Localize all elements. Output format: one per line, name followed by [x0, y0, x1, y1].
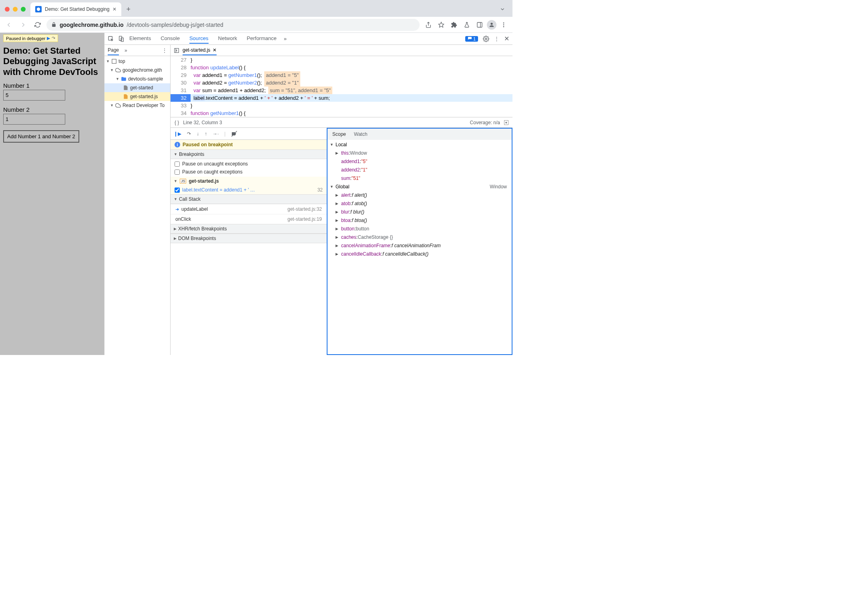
- navigator-item[interactable]: get-started: [104, 83, 170, 92]
- navigator-more-button[interactable]: »: [125, 48, 127, 53]
- deactivate-breakpoints-button[interactable]: [231, 131, 237, 137]
- scope-row[interactable]: ▶cancelIdleCallback: f cancelIdleCallbac…: [328, 250, 512, 258]
- editor-tab[interactable]: get-started.js ✕: [183, 46, 217, 55]
- coverage-label: Coverage: n/a: [470, 120, 500, 125]
- toggle-navigator-icon[interactable]: [174, 48, 179, 53]
- code-line-34[interactable]: 34function getNumber1() {: [171, 109, 512, 117]
- chrome-menu-button[interactable]: [498, 19, 509, 30]
- breakpoint-checkbox[interactable]: [175, 188, 180, 193]
- scope-row[interactable]: sum: "51": [328, 174, 512, 183]
- navigator-item[interactable]: ▼React Developer To: [104, 101, 170, 110]
- scope-tab[interactable]: Scope: [332, 131, 346, 137]
- scope-row[interactable]: ▼Local: [328, 141, 512, 149]
- share-button[interactable]: [423, 19, 434, 30]
- frame-icon: [111, 58, 117, 64]
- callstack-frame[interactable]: updateLabelget-started.js:32: [171, 204, 327, 214]
- forward-button[interactable]: [18, 19, 29, 30]
- svg-point-0: [37, 8, 40, 11]
- scope-row[interactable]: ▶alert: f alert(): [328, 191, 512, 200]
- scope-row[interactable]: ▶cancelAnimationFrame: f cancelAnimation…: [328, 242, 512, 250]
- device-toggle-icon[interactable]: [118, 36, 125, 42]
- tab-search-button[interactable]: [496, 4, 509, 14]
- minimize-window-button[interactable]: [13, 7, 18, 12]
- scope-row[interactable]: ▶button: button: [328, 225, 512, 233]
- breakpoints-section[interactable]: ▼Breakpoints: [171, 149, 327, 159]
- callstack-section[interactable]: ▼Call Stack: [171, 194, 327, 204]
- more-tabs-button[interactable]: »: [284, 36, 287, 42]
- close-devtools-button[interactable]: ✕: [504, 35, 509, 42]
- code-line-30[interactable]: 30 var addend2 = getNumber2();addend2 = …: [171, 79, 512, 87]
- page-viewport: Paused in debugger ▶ ↷ Demo: Get Started…: [0, 33, 104, 355]
- navigator-page-tab[interactable]: Page: [108, 47, 119, 55]
- add-button[interactable]: Add Number 1 and Number 2: [3, 130, 79, 143]
- code-line-33[interactable]: 33}: [171, 102, 512, 109]
- step-over-button[interactable]: ↷: [187, 131, 191, 137]
- watch-tab[interactable]: Watch: [354, 131, 368, 137]
- close-file-button[interactable]: ✕: [213, 47, 217, 53]
- extensions-button[interactable]: [448, 19, 460, 30]
- back-button[interactable]: [3, 19, 14, 30]
- maximize-window-button[interactable]: [21, 7, 26, 12]
- close-window-button[interactable]: [5, 7, 10, 12]
- devtools-menu-icon[interactable]: ⋮: [494, 36, 499, 42]
- step-over-icon[interactable]: ↷: [52, 36, 55, 41]
- scope-row[interactable]: ▶caches: CacheStorage {}: [328, 233, 512, 242]
- profile-avatar[interactable]: [487, 20, 496, 30]
- number1-input[interactable]: [3, 90, 65, 101]
- settings-icon[interactable]: [483, 36, 489, 42]
- cloud-icon: [115, 103, 121, 108]
- sources-navigator: Page » ⋮ ▼top▼googlechrome.gith▼devtools…: [104, 45, 171, 355]
- svg-rect-9: [119, 36, 122, 40]
- reload-button[interactable]: [32, 19, 43, 30]
- bookmark-button[interactable]: [436, 19, 447, 30]
- code-line-31[interactable]: 31 var sum = addend1 + addend2;sum = "51…: [171, 87, 512, 94]
- scope-row[interactable]: ▶atob: f atob(): [328, 200, 512, 208]
- callstack-frame[interactable]: onClickget-started.js:19: [171, 214, 327, 224]
- devtools-tab-network[interactable]: Network: [218, 34, 237, 44]
- scope-row[interactable]: addend2: "1": [328, 166, 512, 174]
- scope-row[interactable]: ▶blur: f blur(): [328, 208, 512, 216]
- console-messages-badge[interactable]: 1: [465, 36, 478, 42]
- code-line-29[interactable]: 29 var addend1 = getNumber1();addend1 = …: [171, 71, 512, 79]
- step-into-button[interactable]: ↓: [197, 131, 199, 137]
- navigator-item[interactable]: ▼top: [104, 57, 170, 66]
- scope-row[interactable]: ▼GlobalWindow: [328, 183, 512, 191]
- pause-uncaught-checkbox[interactable]: [175, 161, 180, 167]
- step-button[interactable]: →·: [213, 131, 219, 137]
- pause-caught-checkbox[interactable]: [175, 169, 180, 175]
- resume-button[interactable]: ❙▶: [174, 131, 181, 137]
- breakpoint-row[interactable]: label.textContent = addend1 + ' … 32: [171, 186, 327, 194]
- devtools-tab-console[interactable]: Console: [161, 34, 180, 44]
- side-panel-button[interactable]: [474, 19, 485, 30]
- navigator-item[interactable]: get-started.js: [104, 92, 170, 101]
- labs-button[interactable]: [461, 19, 472, 30]
- code-line-28[interactable]: 28function updateLabel() {: [171, 64, 512, 71]
- browser-tab[interactable]: Demo: Get Started Debugging ✕: [30, 2, 121, 16]
- inspect-icon[interactable]: [108, 36, 114, 42]
- breakpoint-file-header[interactable]: ▼JSget-started.js: [171, 177, 327, 186]
- format-icon[interactable]: { }: [175, 120, 179, 125]
- devtools-tab-sources[interactable]: Sources: [189, 34, 209, 44]
- new-tab-button[interactable]: +: [126, 5, 131, 14]
- scope-row[interactable]: ▶this: Window: [328, 149, 512, 157]
- scope-row[interactable]: ▶btoa: f btoa(): [328, 216, 512, 225]
- navigator-item[interactable]: ▼devtools-sample: [104, 75, 170, 83]
- address-bar[interactable]: googlechrome.github.io/devtools-samples/…: [46, 19, 420, 31]
- number2-input[interactable]: [3, 114, 65, 125]
- dom-breakpoints-section[interactable]: ▶DOM Breakpoints: [171, 234, 327, 243]
- navigator-item[interactable]: ▼googlechrome.gith: [104, 66, 170, 75]
- code-line-32[interactable]: 32 label.textContent = addend1 + ' + ' +…: [171, 94, 512, 102]
- devtools-tab-performance[interactable]: Performance: [247, 34, 276, 44]
- svg-point-7: [503, 26, 504, 27]
- resume-icon[interactable]: ▶: [47, 36, 50, 41]
- code-editor[interactable]: 27}28function updateLabel() {29 var adde…: [171, 56, 512, 117]
- doc-icon: [123, 85, 129, 91]
- code-line-27[interactable]: 27}: [171, 56, 512, 64]
- step-out-button[interactable]: ↑: [205, 131, 207, 137]
- devtools-tab-elements[interactable]: Elements: [129, 34, 151, 44]
- xhr-breakpoints-section[interactable]: ▶XHR/fetch Breakpoints: [171, 224, 327, 234]
- coverage-toggle-icon[interactable]: ▾: [504, 120, 508, 125]
- scope-row[interactable]: addend1: "5": [328, 157, 512, 166]
- navigator-menu-button[interactable]: ⋮: [162, 48, 167, 53]
- close-tab-button[interactable]: ✕: [113, 6, 117, 12]
